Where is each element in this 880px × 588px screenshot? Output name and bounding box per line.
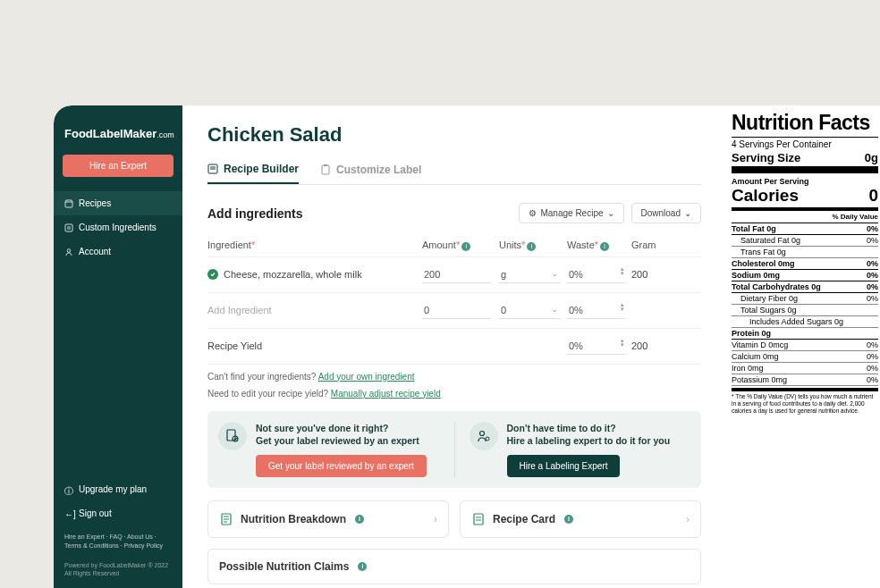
info-icon: ⓘ	[64, 485, 73, 494]
upgrade-label: Upgrade my plan	[79, 484, 147, 494]
nf-nutrient-row: Includes Added Sugars 0g	[732, 316, 878, 328]
promo-q: Not sure you've done it right?	[256, 422, 427, 435]
ingredient-name-input[interactable]: Cheese, mozzarella, whole milk	[207, 269, 422, 280]
nf-nutrient-row: Trans Fat 0g	[732, 247, 878, 258]
get-label-reviewed-button[interactable]: Get your label reviewed by an expert	[256, 455, 427, 477]
nf-calories-label: Calories	[732, 186, 799, 206]
info-icon[interactable]: i	[355, 515, 364, 524]
download-label: Download	[641, 208, 681, 218]
page-title: Chicken Salad	[207, 123, 701, 147]
section-header: Add ingredients ⚙ Manage Recipe ⌄ Downlo…	[207, 203, 701, 223]
sidebar-item-label: Account	[79, 247, 111, 256]
copyright: Powered by FoodLabelMaker ® 2022 All Rig…	[54, 558, 182, 588]
hire-expert-button[interactable]: Hire an Expert	[63, 155, 173, 177]
header-waste: Waste	[567, 239, 595, 250]
header-gram: Gram	[631, 239, 656, 250]
cards-row: Nutrition Breakdown i › Recipe Card i ›	[207, 500, 701, 538]
tabs: Recipe BuilderCustomize Label	[207, 163, 701, 185]
adjust-yield-link[interactable]: Manually adjust recipe yield	[331, 389, 441, 399]
nf-nutrient-row: Saturated Fat 0g0%	[732, 235, 878, 247]
promo-row: Not sure you've done it right? Get your …	[207, 411, 701, 488]
helper-add-ingredient: Can't find your ingredients? Add your ow…	[207, 372, 701, 382]
signout-icon: ←]	[64, 509, 73, 518]
logo: FoodLabelMaker.com	[54, 120, 182, 155]
possible-nutrition-claims-card[interactable]: Possible Nutrition Claims i	[207, 549, 701, 584]
chevron-down-icon: ⌄	[552, 306, 558, 314]
svg-rect-0	[65, 224, 72, 231]
sign-out-link[interactable]: ←] Sign out	[54, 501, 182, 525]
logo-text: FoodLabelMaker	[64, 127, 157, 140]
svg-point-12	[486, 437, 489, 441]
app-window: FoodLabelMaker.com Hire an Expert Recipe…	[54, 105, 880, 588]
chevron-down-icon: ⌄	[607, 208, 614, 218]
sidebar-item-custom-ingredients[interactable]: Custom Ingredients	[54, 215, 182, 239]
yield-gram: 200	[631, 340, 676, 351]
nav-icon	[64, 199, 73, 208]
info-icon[interactable]: i	[564, 515, 573, 524]
tab-customize-label[interactable]: Customize Label	[320, 163, 421, 184]
main-area: Chicken Salad Recipe BuilderCustomize La…	[182, 105, 880, 588]
nf-nutrient-row: Protein 0g	[732, 328, 878, 340]
amount-input[interactable]	[422, 266, 491, 283]
info-icon[interactable]: i	[358, 562, 367, 571]
gram-value: 200	[631, 269, 676, 280]
tab-label: Recipe Builder	[224, 163, 299, 175]
nf-calories-value: 0	[868, 186, 878, 206]
download-button[interactable]: Download ⌄	[631, 203, 701, 223]
nav-icon	[64, 223, 73, 232]
svg-rect-17	[474, 514, 483, 525]
recipe-card-card[interactable]: Recipe Card i ›	[460, 500, 701, 538]
info-icon[interactable]: i	[461, 242, 470, 251]
ingredient-row: Cheese, mozzarella, whole milkg⌄▴▾200	[207, 257, 701, 293]
footer-links[interactable]: Hire an Expert · FAQ · About Us · Terms …	[54, 525, 182, 558]
nf-serving-size-label: Serving Size	[732, 151, 800, 164]
amount-input[interactable]	[422, 302, 491, 319]
sidebar-item-recipes[interactable]: Recipes	[54, 191, 182, 215]
nf-title: Nutrition Facts	[732, 111, 878, 138]
svg-rect-7	[322, 165, 329, 174]
tab-icon	[207, 164, 218, 174]
yield-label: Recipe Yield	[207, 340, 422, 351]
stepper-arrows-icon[interactable]: ▴▾	[621, 302, 624, 311]
tab-recipe-builder[interactable]: Recipe Builder	[207, 163, 299, 184]
svg-rect-8	[324, 164, 327, 166]
yield-waste-input[interactable]	[567, 338, 625, 355]
stepper-arrows-icon[interactable]: ▴▾	[621, 266, 624, 275]
promo-q: Don't have time to do it?	[507, 422, 671, 435]
nf-nutrient-row: Total Sugars 0g	[732, 305, 878, 316]
hire-labeling-expert-button[interactable]: Hire a Labeling Expert	[507, 455, 621, 477]
info-icon[interactable]: i	[600, 242, 609, 251]
nf-vitamin-row: Potassium 0mg0%	[732, 374, 878, 386]
nf-nutrient-row: Dietary Fiber 0g0%	[732, 293, 878, 305]
manage-label: Manage Recipe	[540, 208, 603, 218]
ingredient-name-input[interactable]: Add Ingredient	[207, 305, 422, 315]
review-icon	[218, 422, 247, 450]
nf-aps: Amount Per Serving	[732, 173, 878, 186]
info-icon[interactable]: i	[527, 242, 536, 251]
nf-dv-header: % Daily Value	[732, 211, 878, 223]
upgrade-plan-link[interactable]: ⓘ Upgrade my plan	[54, 477, 182, 501]
divider	[454, 422, 455, 477]
nf-nutrient-row: Sodium 0mg0%	[732, 270, 878, 281]
claims-label: Possible Nutrition Claims	[219, 560, 349, 573]
gear-icon: ⚙	[529, 208, 537, 218]
unit-select[interactable]: g⌄	[499, 266, 560, 283]
unit-select[interactable]: 0⌄	[499, 302, 560, 319]
sidebar-item-account[interactable]: Account	[54, 239, 182, 264]
waste-input[interactable]	[567, 302, 625, 319]
chevron-down-icon: ⌄	[552, 270, 558, 278]
promo-hire: Don't have time to do it? Hire a labelin…	[470, 422, 691, 477]
svg-rect-9	[227, 430, 235, 441]
promo-review: Not sure you've done it right? Get your …	[218, 422, 440, 477]
nutrition-breakdown-card[interactable]: Nutrition Breakdown i ›	[207, 500, 449, 538]
waste-input[interactable]	[567, 266, 625, 283]
stepper-arrows-icon[interactable]: ▴▾	[621, 338, 624, 347]
header-ingredient: Ingredient	[207, 239, 251, 250]
tab-icon	[320, 164, 331, 175]
add-own-ingredient-link[interactable]: Add your own ingredient	[318, 372, 415, 382]
recipe-yield-row: Recipe Yield ▴▾ 200	[207, 329, 701, 365]
manage-recipe-button[interactable]: ⚙ Manage Recipe ⌄	[519, 203, 623, 223]
nf-nutrient-row: Total Fat 0g0%	[732, 223, 878, 235]
add-ingredients-title: Add ingredients	[207, 206, 303, 221]
chevron-down-icon: ⌄	[684, 208, 691, 218]
